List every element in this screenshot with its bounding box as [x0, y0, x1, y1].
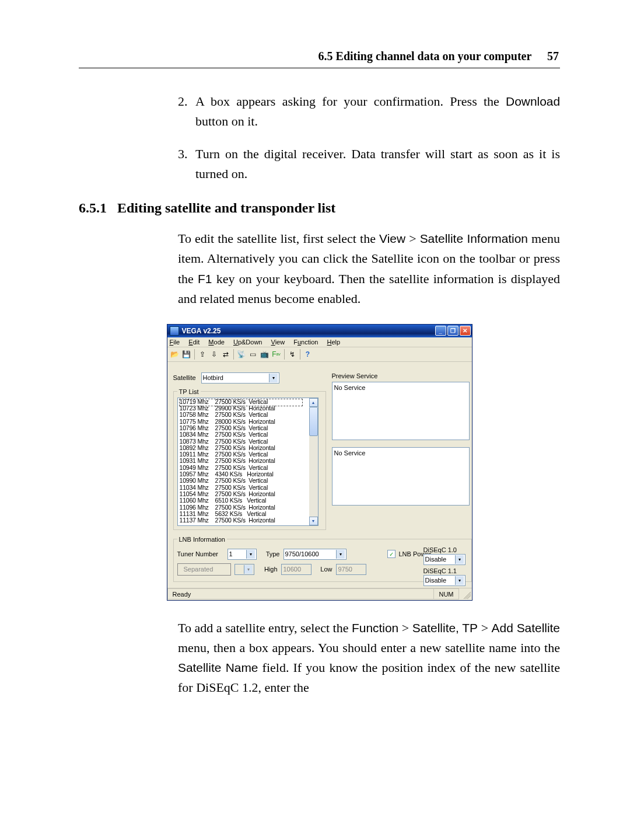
header-rule — [79, 68, 560, 68]
high-field[interactable]: 10600 — [281, 564, 312, 575]
channel-icon[interactable]: 📺 — [260, 349, 270, 360]
section-heading: 6.5.1Editing satellite and transponder l… — [79, 200, 560, 216]
diseqc11-combo[interactable]: Disable ▾ — [424, 575, 466, 586]
statusbar: Ready NUM — [167, 588, 472, 600]
type-combo[interactable]: 9750/10600 ▾ — [284, 549, 346, 560]
no-service-2: No Service — [334, 449, 366, 456]
lnb-legend: LNB Information — [177, 536, 227, 543]
window-title: VEGA v2.25 — [182, 327, 221, 335]
preview-box-2: No Service — [332, 447, 470, 506]
running-head: 6.5 Editing channel data on your compute… — [79, 50, 560, 63]
menu-file[interactable]: File — [170, 339, 180, 346]
high-label: High — [258, 566, 278, 573]
favorite-icon[interactable]: Fav — [271, 349, 282, 360]
minimize-button[interactable]: _ — [435, 326, 446, 336]
chevron-down-icon: ▾ — [269, 374, 278, 382]
figure-vega: VEGA v2.25 _ ❐ ✕ File Edit Mode Up&Down … — [79, 324, 560, 601]
preview-label: Preview Service — [332, 372, 470, 379]
lnb-group: LNB Information Tuner Number 1 ▾ Type 97… — [173, 536, 472, 582]
download-firmware-icon[interactable]: ⇩ — [209, 349, 219, 360]
tuner-combo[interactable]: 1 ▾ — [228, 549, 257, 560]
titlebar[interactable]: VEGA v2.25 _ ❐ ✕ — [167, 325, 472, 337]
menu-updown[interactable]: Up&Down — [233, 339, 262, 346]
diseqc11-label: DiSEqC 1.1 — [424, 567, 469, 574]
menu-help[interactable]: Help — [327, 339, 341, 346]
menu-function[interactable]: Function — [293, 339, 318, 346]
type-label: Type — [260, 550, 280, 557]
running-head-title: 6.5 Editing channel data on your compute… — [318, 50, 531, 62]
tuner-label: Tuner Number — [177, 550, 224, 557]
satellite-combo-value: Hotbird — [203, 374, 223, 381]
resize-grip-icon[interactable] — [461, 590, 471, 599]
transfer-icon[interactable]: ⇄ — [220, 349, 231, 360]
diseqc-column: DiSEqC 1.0 Disable ▾ DiSEqC 1.1 Disable … — [424, 544, 469, 586]
toolbar: 📂 💾 ⇪ ⇩ ⇄ 📡 ▭ 📺 Fav ↯ ? — [167, 347, 472, 362]
maximize-button[interactable]: ❐ — [447, 326, 459, 336]
tp-list[interactable]: 10719 Mhz 27500 KS/s Vertical 10723 Mhz … — [177, 398, 318, 526]
open-icon[interactable]: 📂 — [170, 349, 180, 360]
preview-box-1: No Service — [332, 382, 470, 440]
diseqc10-label: DiSEqC 1.0 — [424, 546, 469, 553]
chevron-down-icon: ▾ — [455, 576, 464, 585]
separated-button[interactable]: Separated — [177, 563, 231, 576]
scroll-up-icon[interactable]: ▴ — [309, 398, 318, 407]
chevron-down-icon: ▾ — [336, 550, 345, 559]
chevron-down-icon: ▾ — [244, 565, 253, 574]
page: 6.5 Editing channel data on your compute… — [0, 0, 630, 698]
diseqc10-combo[interactable]: Disable ▾ — [424, 554, 466, 565]
scroll-down-icon[interactable]: ▾ — [309, 517, 318, 525]
preview-area: Preview Service No Service No Service — [332, 372, 470, 513]
app-window: VEGA v2.25 _ ❐ ✕ File Edit Mode Up&Down … — [167, 324, 473, 601]
menu-view[interactable]: View — [271, 339, 285, 346]
separated-combo[interactable]: ▾ — [235, 564, 254, 575]
upload-firmware-icon[interactable]: ⇪ — [197, 349, 208, 360]
list-icon[interactable]: ▭ — [248, 349, 258, 360]
help-icon[interactable]: ? — [303, 349, 313, 360]
status-num: NUM — [433, 588, 459, 599]
low-field[interactable]: 9750 — [336, 564, 366, 575]
low-label: Low — [315, 566, 332, 573]
client-area: Satellite Hotbird ▾ TP List 10719 Mhz 27… — [167, 362, 472, 588]
chevron-down-icon: ▾ — [246, 550, 255, 559]
close-button[interactable]: ✕ — [460, 326, 471, 336]
body-column: A box appears asking for your confirmati… — [178, 92, 560, 184]
para-1: To edit the satellite list, first select… — [178, 229, 560, 308]
section-title: Editing satellite and transponder list — [117, 200, 335, 215]
status-ready: Ready — [167, 588, 434, 599]
step-2: A box appears asking for your confirmati… — [178, 92, 560, 131]
connect-icon[interactable]: ↯ — [287, 349, 298, 360]
page-number: 57 — [547, 50, 559, 62]
app-icon — [170, 326, 179, 336]
scroll-thumb[interactable] — [309, 407, 318, 436]
satellite-icon[interactable]: 📡 — [236, 349, 247, 360]
ui-download-text: Download — [506, 95, 560, 108]
scrollbar[interactable]: ▴ ▾ — [309, 398, 318, 525]
section-number: 6.5.1 — [79, 200, 107, 215]
para-2: To add a satellite entry, select the Fun… — [178, 618, 560, 698]
tp-rows: 10719 Mhz 27500 KS/s Vertical 10723 Mhz … — [178, 398, 318, 524]
menu-mode[interactable]: Mode — [208, 339, 225, 346]
menubar: File Edit Mode Up&Down View Function Hel… — [167, 337, 472, 347]
menu-edit[interactable]: Edit — [188, 339, 200, 346]
chevron-down-icon: ▾ — [455, 555, 464, 564]
no-service-1: No Service — [334, 384, 366, 391]
save-icon[interactable]: 💾 — [181, 349, 192, 360]
numbered-steps: A box appears asking for your confirmati… — [178, 92, 560, 184]
step-3: Turn on the digital receiver. Data trans… — [178, 144, 560, 184]
satellite-label: Satellite — [173, 374, 201, 381]
tp-list-legend: TP List — [177, 388, 201, 395]
lnbpower-checkbox[interactable]: ✓ — [387, 550, 396, 558]
tp-list-group: TP List 10719 Mhz 27500 KS/s Vertical 10… — [173, 388, 326, 530]
satellite-combo[interactable]: Hotbird ▾ — [201, 372, 279, 384]
